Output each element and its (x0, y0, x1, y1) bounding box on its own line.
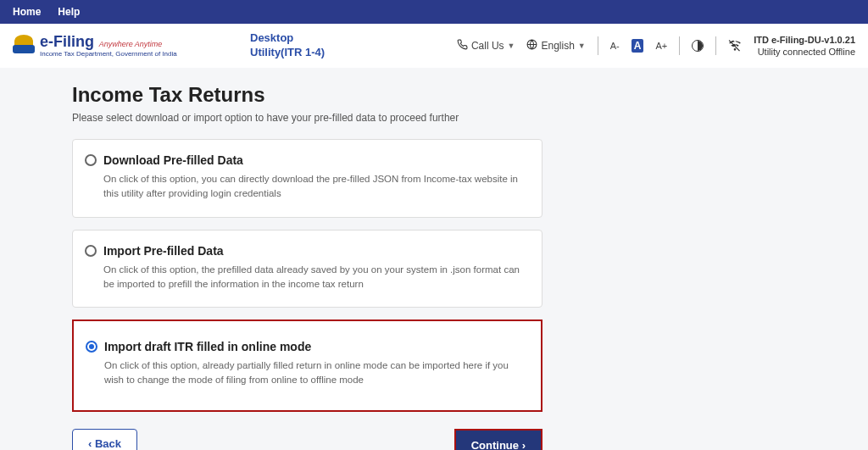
option-import-prefilled[interactable]: Import Pre-filled Data On click of this … (72, 230, 542, 308)
app-version: ITD e-Filing-DU-v1.0.21 (754, 34, 855, 46)
contrast-icon[interactable] (692, 40, 704, 52)
brand-logo: e-Filing Anywhere Anytime Income Tax Dep… (13, 28, 191, 64)
call-us-label: Call Us (471, 40, 504, 52)
top-nav: Home Help (0, 0, 868, 24)
option-label: Download Pre-filled Data (103, 153, 243, 167)
font-normal-button[interactable]: A (632, 39, 644, 53)
emblem-icon (13, 28, 35, 53)
option-desc: On click of this option, you can directl… (103, 172, 525, 202)
nav-home[interactable]: Home (13, 6, 41, 18)
header-bar: e-Filing Anywhere Anytime Income Tax Dep… (0, 24, 868, 68)
brand-name: e-Filing (40, 33, 94, 50)
language-label: English (541, 40, 574, 52)
brand-tagline: Anywhere Anytime (99, 40, 163, 48)
page-subtitle: Please select download or import option … (72, 112, 784, 124)
call-us-dropdown[interactable]: Call Us ▼ (457, 39, 515, 53)
chevron-down-icon: ▼ (578, 42, 586, 50)
wifi-off-icon (728, 38, 742, 54)
utility-label: Desktop Utility(ITR 1-4) (250, 31, 325, 60)
font-decrease-button[interactable]: A- (610, 41, 620, 51)
radio-button[interactable] (85, 154, 97, 166)
option-download-prefilled[interactable]: Download Pre-filled Data On click of thi… (72, 139, 542, 218)
option-import-draft-itr[interactable]: Import draft ITR filled in online mode O… (72, 319, 542, 412)
page-title: Income Tax Returns (72, 83, 784, 107)
option-desc: On click of this option, the prefilled d… (103, 263, 525, 292)
back-button[interactable]: Back (72, 429, 137, 451)
font-increase-button[interactable]: A+ (655, 41, 667, 51)
divider (598, 36, 598, 55)
connection-status: Utility connected Offline (758, 46, 855, 58)
option-desc: On click of this option, already partial… (104, 358, 524, 388)
chevron-down-icon: ▼ (508, 42, 515, 50)
continue-button[interactable]: Continue (454, 429, 542, 451)
utility-line1: Desktop (250, 31, 325, 46)
option-label: Import Pre-filled Data (103, 244, 224, 258)
divider (715, 36, 716, 55)
radio-button[interactable] (85, 245, 97, 257)
globe-icon (526, 39, 537, 53)
brand-sub: Income Tax Department, Government of Ind… (40, 51, 177, 58)
nav-help[interactable]: Help (58, 6, 80, 18)
phone-icon (457, 39, 468, 53)
utility-line2: Utility(ITR 1-4) (250, 46, 325, 60)
language-dropdown[interactable]: English ▼ (526, 39, 585, 53)
option-label: Import draft ITR filled in online mode (104, 340, 311, 353)
divider (679, 36, 680, 55)
radio-button[interactable] (86, 341, 97, 353)
status-block: ITD e-Filing-DU-v1.0.21 Utility connecte… (754, 34, 855, 58)
